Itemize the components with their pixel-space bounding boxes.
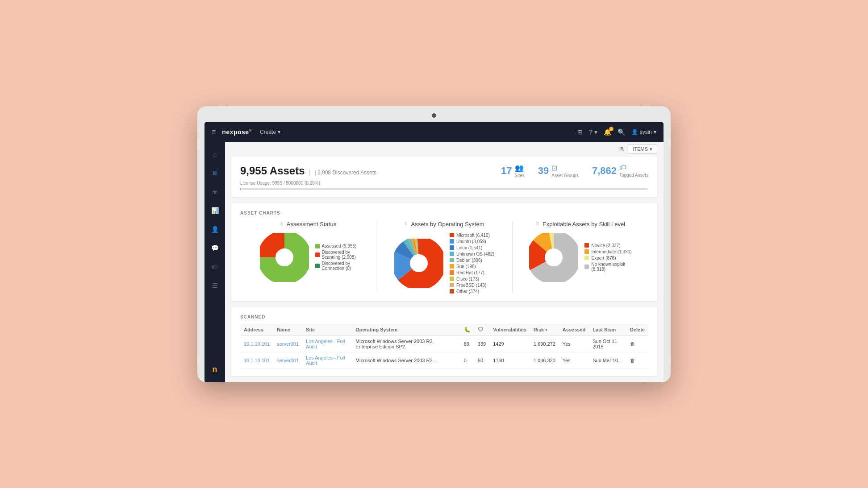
asset-groups-label: Asset Groups	[551, 173, 579, 178]
chart-1-header: ≡ Assessment Status	[240, 221, 376, 227]
name-link-2[interactable]: server001	[277, 358, 299, 363]
bell-icon[interactable]: 🔔 1	[604, 128, 611, 136]
skill-pie-chart	[529, 233, 578, 282]
table-row: 10.1.10.101 server001 Los Angeles - Full…	[240, 335, 648, 352]
asset-groups-count: 39	[538, 165, 549, 177]
sidebar-bottom-logo: n	[207, 362, 223, 378]
tagged-assets-icon: 🏷	[619, 164, 626, 171]
assets-table: Address Name Site Operating System 🐛 🛡 V…	[240, 324, 648, 369]
chart-3-menu-icon[interactable]: ≡	[536, 221, 539, 227]
th-vuln-icon1: 🐛	[460, 324, 474, 336]
monitor-frame: ≡ nexpose® Create ▾ ⊞ ? ▾ 🔔 1 🔍 👤 sysin …	[197, 106, 671, 382]
cell-site: Los Angeles - Full Audit	[302, 335, 352, 352]
assets-discovered-text: 2,908 Discovered Assets	[317, 170, 376, 176]
items-button[interactable]: ITEMS ▾	[628, 145, 657, 154]
chart-2-legend: Microsoft (6,410) Ubuntu (3,059) Linux (…	[450, 233, 494, 294]
th-last-scan: Last Scan	[589, 324, 626, 336]
legend-novice: Novice (2,337)	[584, 243, 631, 248]
legend-redhat: Red Hat (177)	[450, 270, 494, 275]
user-menu[interactable]: 👤 sysin ▾	[631, 129, 656, 135]
th-os: Operating System	[352, 324, 460, 336]
user-icon: 👤	[631, 129, 638, 135]
top-nav: ≡ nexpose® Create ▾ ⊞ ? ▾ 🔔 1 🔍 👤 sysin …	[204, 122, 664, 142]
monitor-screen: ≡ nexpose® Create ▾ ⊞ ? ▾ 🔔 1 🔍 👤 sysin …	[204, 122, 664, 382]
sidebar-item-home[interactable]: ⌂	[207, 146, 223, 162]
chart-exploitable-assets: ≡ Exploitable Assets by Skill Level	[513, 221, 648, 282]
cell-assessed: Yes	[559, 335, 589, 352]
assessment-pie-chart	[260, 233, 309, 282]
th-vuln-icon2: 🛡	[474, 324, 489, 336]
sidebar-item-reports[interactable]: 📊	[207, 203, 223, 219]
cell-v1: 89	[460, 335, 474, 352]
th-vulnerabilities: Vulnerabilities	[489, 324, 530, 336]
th-assessed: Assessed	[559, 324, 589, 336]
sites-stat: 17 👥 Sites	[501, 164, 525, 178]
legend-item-discovered-conn: Discovered byConnection (0)	[315, 261, 357, 271]
sites-count: 17	[501, 165, 512, 177]
cell-delete[interactable]: 🗑	[626, 335, 648, 352]
cell-v2-2: 60	[474, 352, 489, 368]
sites-icon: 👥	[515, 164, 524, 172]
help-icon[interactable]: ? ▾	[589, 128, 597, 136]
name-link[interactable]: server001	[277, 341, 299, 347]
nexpose-logo-bottom: n	[213, 365, 217, 374]
site-link[interactable]: Los Angeles - Full Audit	[306, 339, 345, 349]
tagged-assets-count: 7,862	[592, 165, 617, 177]
th-name: Name	[273, 324, 302, 336]
sidebar: ⌂ 🖥 ☣ 📊 👤 💬 🏷 ☰ n	[204, 142, 225, 382]
address-link[interactable]: 10.1.10.101	[244, 341, 270, 347]
chart-assets-by-os: ≡ Assets by Operating System	[376, 221, 512, 294]
sites-label: Sites	[515, 173, 525, 178]
cell-last-scan: Sun Oct 11 2015	[589, 335, 626, 352]
asset-groups-stat: 39 ⊡ Asset Groups	[538, 164, 579, 178]
legend-linux: Linux (1,541)	[450, 245, 494, 250]
cell-name: server001	[273, 352, 302, 368]
table-row: 10.1.10.101 server001 Los Angeles - Full…	[240, 352, 648, 368]
sidebar-item-vulnerabilities[interactable]: ☣	[207, 184, 223, 200]
chart-1-menu-icon[interactable]: ≡	[280, 221, 283, 227]
th-site: Site	[302, 324, 352, 336]
assets-stats: 17 👥 Sites 39 ⊡ Asset Groups	[501, 164, 648, 178]
chart-2-menu-icon[interactable]: ≡	[404, 221, 407, 227]
cell-v1-2: 0	[460, 352, 474, 368]
cell-delete-2[interactable]: 🗑	[626, 352, 648, 368]
charts-section-label: ASSET CHARTS	[240, 211, 648, 215]
legend-freebsd: FreeBSD (143)	[450, 283, 494, 288]
address-link-2[interactable]: 10.1.10.101	[244, 358, 270, 363]
username-label: sysin	[640, 129, 652, 135]
cell-address: 10.1.10.101	[240, 335, 273, 352]
sidebar-item-assets[interactable]: 🖥	[207, 165, 223, 181]
sidebar-item-users[interactable]: 👤	[207, 221, 223, 237]
sidebar-item-messages[interactable]: 💬	[207, 240, 223, 256]
hamburger-icon[interactable]: ≡	[212, 128, 216, 136]
grid-icon[interactable]: ⊞	[577, 128, 583, 136]
site-link-2[interactable]: Los Angeles - Full Audit	[306, 355, 345, 366]
chart-3-header: ≡ Exploitable Assets by Skill Level	[513, 221, 648, 227]
legend-no-exploit: No known exploit(8,318)	[584, 262, 631, 272]
legend-other: Other (374)	[450, 289, 494, 294]
chart-3-content: Novice (2,337) Intermediate (1,330) Expe…	[529, 233, 631, 282]
sidebar-item-tags[interactable]: 🏷	[207, 259, 223, 275]
chart-2-header: ≡ Assets by Operating System	[376, 221, 512, 227]
table-body: 10.1.10.101 server001 Los Angeles - Full…	[240, 335, 648, 368]
logo-sup: ®	[249, 128, 252, 132]
create-button[interactable]: Create ▾	[260, 129, 280, 135]
legend-microsoft: Microsoft (6,410)	[450, 233, 494, 238]
th-risk: Risk ▾	[530, 324, 559, 336]
tagged-assets-label: Tagged Assets	[619, 173, 648, 178]
cell-address: 10.1.10.101	[240, 352, 273, 368]
scanned-table-card: SCANNED Address Name Site Operating Syst…	[231, 307, 657, 376]
progress-bar	[240, 188, 648, 190]
sidebar-item-list[interactable]: ☰	[207, 277, 223, 294]
assets-header: 9,955 Assets | 2,908 Discovered Assets 1…	[240, 164, 648, 178]
charts-row: ≡ Assessment Status	[240, 221, 648, 294]
chart-assessment-status: ≡ Assessment Status	[240, 221, 376, 282]
license-row: License Usage: 9955 / 5000000 (0.20%)	[240, 181, 648, 186]
search-icon[interactable]: 🔍	[618, 128, 625, 136]
cell-risk: 1,690,272	[530, 335, 559, 352]
legend-debian: Debian (306)	[450, 258, 494, 263]
cell-vulnerabilities: 1429	[489, 335, 530, 352]
cell-assessed-2: Yes	[559, 352, 589, 368]
cell-v2: 339	[474, 335, 489, 352]
filter-icon[interactable]: ⚗	[619, 146, 624, 153]
